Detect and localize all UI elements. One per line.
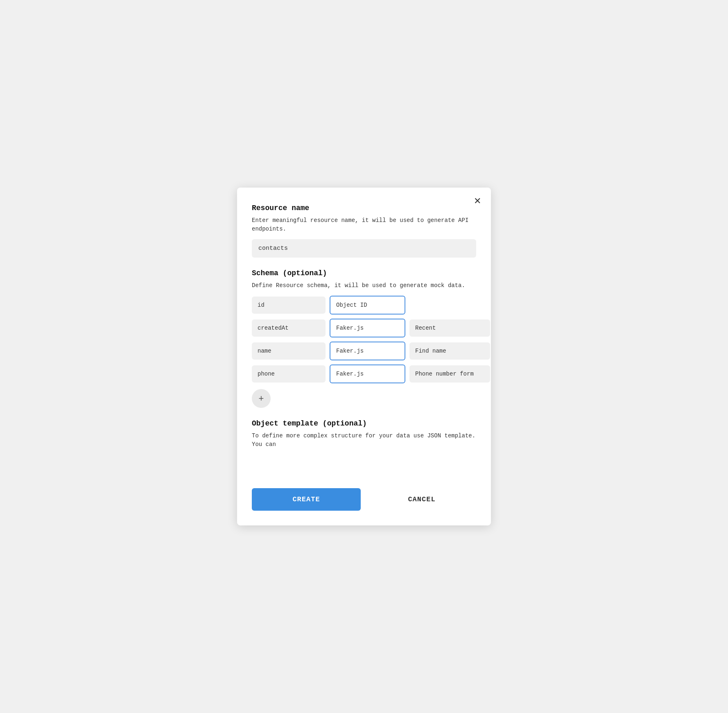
resource-name-title: Resource name bbox=[252, 204, 476, 212]
modal-container: ✕ Resource name Enter meaningful resourc… bbox=[237, 188, 491, 525]
object-template-section: Object template (optional) To define mor… bbox=[252, 419, 476, 449]
schema-field-name-name[interactable] bbox=[252, 342, 326, 360]
table-row bbox=[252, 296, 476, 315]
resource-name-section: Resource name Enter meaningful resource … bbox=[252, 204, 476, 258]
close-button[interactable]: ✕ bbox=[472, 195, 483, 207]
schema-grid bbox=[252, 296, 476, 383]
resource-name-description: Enter meaningful resource name, it will … bbox=[252, 216, 476, 233]
schema-field-type-id[interactable] bbox=[330, 296, 405, 315]
schema-field-name-phone[interactable] bbox=[252, 365, 326, 383]
schema-section: Schema (optional) Define Resource schema… bbox=[252, 269, 476, 408]
table-row bbox=[252, 319, 476, 337]
schema-field-value-createdat[interactable] bbox=[409, 319, 490, 337]
table-row bbox=[252, 364, 476, 383]
schema-title: Schema (optional) bbox=[252, 269, 476, 277]
schema-field-type-createdat[interactable] bbox=[330, 319, 405, 337]
object-template-title: Object template (optional) bbox=[252, 419, 476, 428]
modal-footer: CREATE CANCEL bbox=[252, 482, 476, 511]
create-button[interactable]: CREATE bbox=[252, 488, 361, 511]
schema-field-value-phone[interactable] bbox=[409, 365, 490, 383]
schema-field-name-createdat[interactable] bbox=[252, 319, 326, 337]
schema-field-value-name[interactable] bbox=[409, 342, 490, 360]
object-template-description: To define more complex structure for you… bbox=[252, 432, 476, 449]
schema-field-type-name[interactable] bbox=[330, 342, 405, 360]
schema-description: Define Resource schema, it will be used … bbox=[252, 281, 476, 290]
schema-field-type-phone[interactable] bbox=[330, 364, 405, 383]
cancel-button[interactable]: CANCEL bbox=[367, 488, 476, 511]
table-row bbox=[252, 342, 476, 360]
resource-name-input[interactable] bbox=[252, 239, 476, 258]
schema-field-name-id[interactable] bbox=[252, 297, 326, 314]
add-schema-row-button[interactable]: + bbox=[252, 389, 271, 408]
